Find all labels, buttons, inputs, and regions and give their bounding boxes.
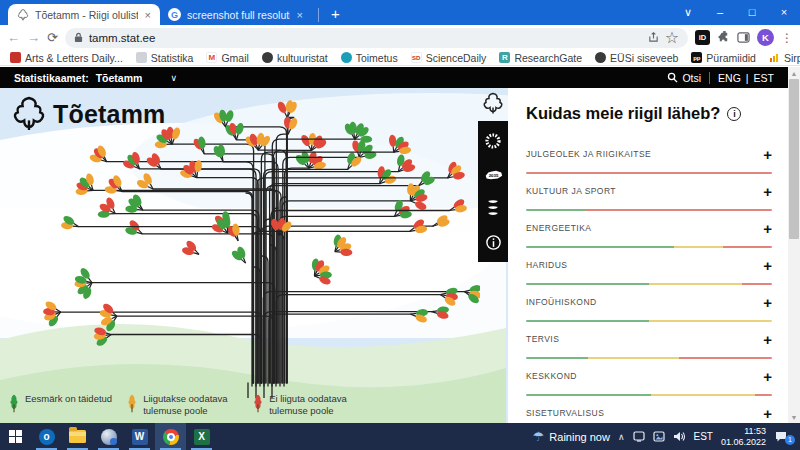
search-label: Otsi <box>682 72 701 84</box>
bookmark-researchgate[interactable]: RResearchGate <box>499 52 582 64</box>
windows-logo-icon <box>9 430 23 444</box>
sciencedaily-icon: SD <box>411 52 422 63</box>
minimize-button[interactable]: – <box>704 0 736 24</box>
hidden-icons-chevron[interactable]: ∧ <box>618 432 625 442</box>
expand-plus-icon[interactable]: + <box>763 147 772 162</box>
chevron-down-icon[interactable]: ∨ <box>170 73 177 83</box>
expand-plus-icon[interactable]: + <box>763 221 772 236</box>
bookmark-gmail[interactable]: MGmail <box>206 52 248 64</box>
category-row[interactable]: KULTUUR JA SPORT + <box>526 174 772 211</box>
gmail-icon: M <box>206 52 217 63</box>
speaker-icon[interactable] <box>673 431 686 442</box>
scroll-down-icon[interactable]: ▼ <box>788 411 800 423</box>
black-icon-column: 2035 <box>478 121 508 262</box>
site-top-bar: Statistikaamet: Tõetamm ∨ Otsi ENG | EST <box>0 67 788 88</box>
tab-screenshot[interactable]: G screenshot full resolution - Goo... × <box>160 4 312 25</box>
lang-separator: | <box>746 72 749 84</box>
bookmark-sirp-analytics[interactable]: Sirp Analytics <box>769 52 800 64</box>
oak-tree-visualization[interactable] <box>20 98 480 398</box>
expand-plus-icon[interactable]: + <box>763 406 772 421</box>
info-icon[interactable] <box>484 233 503 252</box>
bookmark-pyramiidid[interactable]: ppPüramiidid <box>691 52 756 64</box>
category-row[interactable]: KESKKOND + <box>526 359 772 396</box>
weather-text: Raining now <box>549 431 610 443</box>
profile-avatar[interactable]: K <box>757 29 774 46</box>
reload-icon[interactable]: ⟳ <box>47 30 58 45</box>
statistics-wreath-icon[interactable] <box>484 131 503 150</box>
system-tray: ☂ Raining now ∧ EST 11:53 01.06.2022 1 <box>533 423 800 450</box>
bookmark-arts-letters[interactable]: Arts & Letters Daily... <box>10 52 123 64</box>
new-tab-button[interactable]: + <box>325 5 346 22</box>
scrollbar-thumb[interactable] <box>789 79 799 239</box>
app-label[interactable]: Tõetamm <box>96 72 143 84</box>
bookmark-star-icon[interactable]: ☆ <box>665 28 679 47</box>
category-progress-bar <box>526 357 772 359</box>
close-button[interactable]: × <box>768 0 800 24</box>
search-button[interactable]: Otsi <box>667 72 701 84</box>
keyboard-language[interactable]: EST <box>694 431 713 442</box>
side-panel-icon[interactable] <box>737 31 750 44</box>
back-icon[interactable]: ← <box>7 30 20 45</box>
coat-of-arms-lions-icon[interactable] <box>484 199 503 218</box>
bookmark-kultuuristat[interactable]: kultuuristat <box>262 52 328 64</box>
researchgate-icon: R <box>499 52 510 63</box>
device-icon[interactable] <box>633 431 645 442</box>
taskbar-chrome[interactable] <box>155 423 186 450</box>
address-bar[interactable]: tamm.stat.ee ☆ <box>65 28 688 48</box>
tab-search-icon[interactable]: ∨ <box>672 0 704 24</box>
categories-panel: Kuidas meie riigil läheb? i JULGEOLEK JA… <box>508 88 788 423</box>
page-content: Tõetamm Eesmärk on täidetud Liigutakse <box>0 88 788 423</box>
photo-icon[interactable] <box>653 431 665 442</box>
taskbar-word[interactable]: W <box>124 423 155 450</box>
windows-taskbar: o W X ☂ Raining now ∧ EST 11:53 01.06.20… <box>0 423 800 450</box>
taskbar-excel[interactable]: X <box>186 423 217 450</box>
start-button[interactable] <box>0 423 31 450</box>
category-row[interactable]: HARIDUS + <box>526 248 772 285</box>
bookmark-sciencedaily[interactable]: SDScienceDaily <box>411 52 487 64</box>
legend-label: Liigutakse oodatava tulemuse poole <box>143 393 238 417</box>
forward-icon[interactable]: → <box>27 30 40 45</box>
bookmark-eysi[interactable]: EÜSi siseveeb <box>595 52 678 64</box>
expand-plus-icon[interactable]: + <box>763 332 772 347</box>
taskbar-app[interactable] <box>93 423 124 450</box>
id-extension-icon[interactable]: iD <box>695 30 710 45</box>
scroll-up-icon[interactable]: ▲ <box>788 67 800 79</box>
tab-close-icon[interactable]: × <box>296 9 304 21</box>
menu-dots-icon[interactable]: ⋮ <box>781 31 793 45</box>
maximize-button[interactable]: □ <box>736 0 768 24</box>
category-row[interactable]: SISETURVALISUS + <box>526 396 772 423</box>
globe-icon <box>262 52 273 63</box>
lang-est[interactable]: EST <box>754 72 774 84</box>
tab-close-icon[interactable]: × <box>144 9 152 21</box>
bookmark-statistika[interactable]: Statistika <box>136 52 194 64</box>
category-row[interactable]: TERVIS + <box>526 322 772 359</box>
category-row[interactable]: INFOÜHISKOND + <box>526 285 772 322</box>
page-scrollbar[interactable]: ▲ ▼ <box>788 67 800 423</box>
eesti-2035-icon[interactable]: 2035 <box>484 165 503 184</box>
url-text[interactable]: tamm.stat.ee <box>89 32 642 44</box>
bookmark-toimetus[interactable]: Toimetus <box>341 52 398 64</box>
extensions-puzzle-icon[interactable] <box>717 31 730 44</box>
category-label: SISETURVALISUS <box>526 408 604 418</box>
category-row[interactable]: ENERGEETIKA + <box>526 211 772 248</box>
brand-label[interactable]: Statistikaamet: <box>14 72 89 84</box>
lang-eng[interactable]: ENG <box>718 72 741 84</box>
expand-plus-icon[interactable]: + <box>763 258 772 273</box>
info-icon[interactable]: i <box>727 107 741 121</box>
weather-widget[interactable]: ☂ Raining now <box>533 429 610 444</box>
taskbar-file-explorer[interactable] <box>62 423 93 450</box>
share-icon[interactable] <box>648 32 659 43</box>
excel-icon: X <box>194 429 210 445</box>
tab-toetamm[interactable]: Tõetamm - Riigi oluliste näidikut... × <box>8 4 160 25</box>
expand-plus-icon[interactable]: + <box>763 369 772 384</box>
oak-leaf-icon[interactable] <box>483 92 503 115</box>
clock-widget[interactable]: 11:53 01.06.2022 <box>721 426 766 448</box>
category-row[interactable]: JULGEOLEK JA RIIGIKAITSE + <box>526 137 772 174</box>
taskbar-outlook[interactable]: o <box>31 423 62 450</box>
expand-plus-icon[interactable]: + <box>763 184 772 199</box>
notification-center[interactable]: 1 <box>774 431 792 443</box>
word-icon: W <box>132 429 148 445</box>
tray-date: 01.06.2022 <box>721 437 766 448</box>
notification-badge: 1 <box>785 435 795 445</box>
expand-plus-icon[interactable]: + <box>763 295 772 310</box>
